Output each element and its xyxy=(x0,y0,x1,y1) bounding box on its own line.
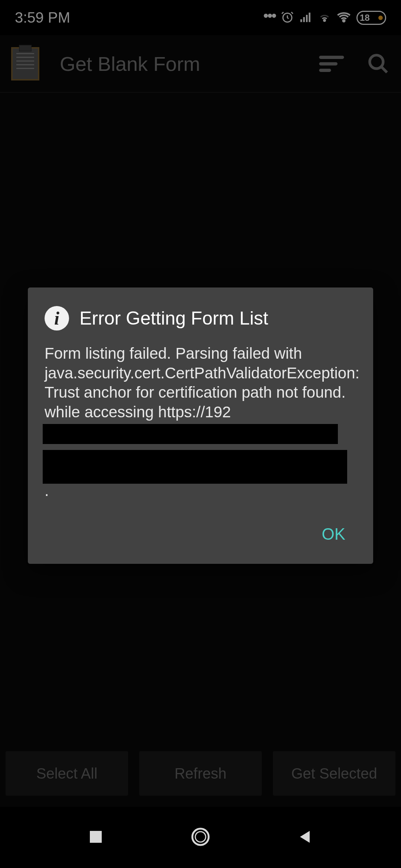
redacted-line xyxy=(43,424,338,444)
nav-recent-icon[interactable] xyxy=(88,829,104,846)
svg-rect-12 xyxy=(90,831,102,843)
system-nav-bar xyxy=(0,807,401,868)
svg-marker-15 xyxy=(300,831,310,843)
dialog-footer: OK xyxy=(45,519,356,549)
dialog-title: Error Getting Form List xyxy=(79,308,268,329)
redacted-block xyxy=(45,422,356,481)
dialog-body: Form listing failed. Parsing failed with… xyxy=(45,344,356,501)
dialog-header: i Error Getting Form List xyxy=(45,306,356,331)
error-dialog: i Error Getting Form List Form listing f… xyxy=(28,287,373,564)
nav-home-icon[interactable] xyxy=(190,827,211,848)
nav-back-icon[interactable] xyxy=(297,829,313,846)
dialog-message-end: . xyxy=(45,482,49,499)
ok-button[interactable]: OK xyxy=(310,519,356,549)
dialog-message-1: Form listing failed. Parsing failed with… xyxy=(45,345,359,421)
info-icon: i xyxy=(45,306,69,331)
svg-point-14 xyxy=(195,832,206,842)
redacted-line xyxy=(43,464,347,484)
